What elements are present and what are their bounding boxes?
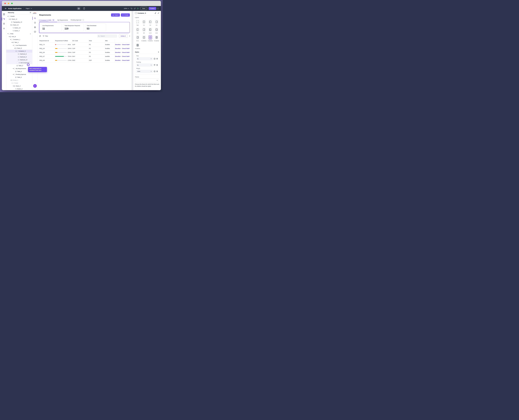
layout-option-5-columns[interactable]: 5 columns	[154, 35, 159, 41]
tree-item-modal_3[interactable]: Modal_3	[6, 79, 32, 82]
layout-option-full[interactable]: Full	[135, 20, 140, 26]
tree-item-header[interactable]: Header	[6, 15, 32, 18]
page-selector[interactable]: Page 1	[26, 8, 32, 9]
tree-item-typography_10[interactable]: Typography_10	[6, 21, 32, 23]
layout-option-3-2[interactable]: 3:2	[141, 27, 146, 34]
canvas-nav-clock-icon[interactable]	[32, 22, 38, 24]
check-notif-link[interactable]: Check Notif	[122, 52, 130, 53]
canvas-nav-chart-icon[interactable]	[32, 31, 38, 32]
tree-item-statcard_10[interactable]: 123StatCard_10	[6, 58, 32, 61]
tree-item-statcard_9[interactable]: 123StatCard_9	[6, 55, 32, 58]
layout-option-4-columns[interactable]: 4 columns	[148, 35, 153, 41]
tab-my-requirements[interactable]: My Requirements	[57, 19, 68, 22]
margin-select[interactable]: none	[136, 70, 153, 73]
table-more-button[interactable]	[130, 35, 130, 37]
tree-item-stack_6[interactable]: Stack_6	[6, 47, 32, 50]
add-style-button[interactable]	[158, 51, 159, 53]
stat-card-total-manpower-required[interactable]: Total Manpower Required119	[63, 23, 84, 31]
shortlist-link[interactable]: Shortlist	[115, 60, 121, 61]
tree-item-container_1[interactable]: Container_1	[6, 38, 32, 41]
layout-option-2-1[interactable]: 2:1	[154, 20, 159, 26]
borderbox-icon[interactable]	[154, 58, 155, 60]
delete-style-button[interactable]	[156, 64, 158, 66]
table-row[interactable]: REQ_8817%%BOZESPfirstMileShortlistCheck …	[39, 58, 130, 62]
shortlist-link[interactable]: Shortlist	[115, 48, 121, 49]
desktop-preview-button[interactable]	[77, 7, 80, 10]
stat-card-live-requirements[interactable]: Live Requirements11	[41, 23, 62, 31]
tree-item-body[interactable]: Body+	[6, 32, 32, 35]
add-child-button[interactable]: +	[30, 33, 32, 35]
undo-button[interactable]	[130, 8, 132, 9]
run-preview-button[interactable]	[137, 8, 139, 9]
tree-item-stack_13[interactable]: Stack_13	[6, 23, 32, 26]
filter-button[interactable]: Filter	[43, 35, 48, 37]
action-1-button[interactable]: Action 1	[119, 34, 128, 38]
paddingbox-icon[interactable]	[154, 64, 155, 66]
layout-option-1-1[interactable]: 1:1	[141, 20, 146, 26]
layout-option-3-columns[interactable]: 3 columns	[141, 35, 146, 41]
canvas-nav-people-icon[interactable]	[32, 17, 38, 19]
zoom-window-button[interactable]	[11, 3, 13, 4]
tree-item-stack_3[interactable]: Stack_3	[6, 85, 32, 88]
minimize-window-button[interactable]	[8, 3, 9, 4]
check-notif-link[interactable]: Check Notif	[122, 44, 130, 45]
tree-item-button_3[interactable]: Button_3	[6, 88, 32, 90]
check-notif-link[interactable]: Check Notif	[122, 60, 130, 61]
save-button[interactable]: Save	[140, 7, 147, 10]
create-button[interactable]: Create	[121, 13, 130, 17]
refresh-button[interactable]	[39, 35, 41, 37]
table-row[interactable]: REQ_8420%%SUPFEfirstMileShortlistCheck N…	[39, 47, 130, 51]
tree-item-footer[interactable]: Footer	[6, 82, 32, 85]
table-row[interactable]: REQ_748%%SUPFEfirstMileShortlistCheck No…	[39, 43, 130, 47]
rail-item-artboard-icon[interactable]	[2, 13, 6, 15]
tree-item-table_6[interactable]: Table_6	[6, 76, 32, 79]
collapse-panel-button[interactable]	[158, 12, 159, 14]
zoom-control[interactable]: 100%	[124, 8, 129, 9]
layout-option-1-2[interactable]: 1:2	[148, 20, 153, 26]
padding-select[interactable]: lg	[136, 63, 153, 67]
check-notif-link[interactable]: Check Notif	[122, 48, 130, 49]
borderbox-icon[interactable]	[154, 71, 155, 72]
delete-style-button[interactable]	[156, 71, 158, 72]
tab-pending-approval[interactable]: Pending Approval1	[71, 19, 84, 22]
tree-item-live-requirements[interactable]: Live Requirements	[6, 44, 32, 47]
mobile-preview-button[interactable]	[82, 7, 86, 10]
shortlist-link[interactable]: Shortlist	[115, 56, 121, 57]
table-row[interactable]: REQ_8775%%BHYFElastMileShortlistCheck No…	[39, 54, 130, 58]
rail-item-gear-icon[interactable]	[2, 27, 6, 30]
search-input[interactable]	[100, 35, 116, 37]
layout-option-2-3[interactable]: 2:3	[135, 27, 140, 34]
tree-item-statcard_8[interactable]: 123StatCard_8	[6, 52, 32, 55]
shortlist-link[interactable]: Shortlist	[115, 52, 121, 53]
theme-select[interactable]	[135, 79, 159, 82]
tree-item-button_7[interactable]: Button_7	[6, 29, 32, 32]
user-avatar[interactable]: U	[33, 84, 37, 88]
selected-container-block[interactable]: Container_5 Live Requirements11Total Man…	[39, 22, 130, 33]
rail-item-database-icon[interactable]	[2, 22, 6, 25]
rename-button[interactable]	[155, 12, 156, 14]
table-row[interactable]: REQ_8620%%SUPFEfirstMileShortlistCheck N…	[39, 51, 130, 54]
tree-item-root_id[interactable]: root_id	[6, 35, 32, 38]
tree-item-tabs_1[interactable]: Tabs_1	[6, 41, 32, 44]
tree-item-button_15[interactable]: Button_15	[6, 26, 32, 29]
shortlist-link[interactable]: Shortlist	[115, 44, 121, 45]
tree-item-pending-approval[interactable]: Pending Approval	[6, 73, 32, 76]
close-window-button[interactable]	[4, 3, 6, 4]
layout-option-2-1-1[interactable]: 2:1:1	[135, 35, 140, 41]
canvas-nav-globe-icon[interactable]	[32, 26, 38, 28]
delete-style-button[interactable]	[156, 58, 158, 60]
stat-card-total-shortlisted[interactable]: Total Shortlisted53	[85, 23, 106, 31]
publish-button[interactable]: Publish	[149, 7, 156, 10]
back-icon[interactable]	[5, 8, 7, 9]
gap-select[interactable]: lg	[136, 57, 153, 60]
tree-item-stack_12[interactable]: Stack_12	[6, 18, 32, 21]
tree-item-container_5[interactable]: Container_5	[6, 50, 32, 52]
layout-option-1-1-2[interactable]: 1:1:2	[148, 27, 153, 34]
redo-button[interactable]	[134, 8, 136, 9]
layout-option-1-2-1[interactable]: 1:2:1	[154, 27, 159, 34]
close-icon[interactable]	[30, 12, 31, 13]
more-menu-button[interactable]	[158, 8, 158, 9]
check-notif-link[interactable]: Check Notif	[122, 56, 130, 57]
import-button[interactable]: Import	[111, 13, 120, 17]
layout-option-6-columns[interactable]: 6 columns	[135, 43, 140, 49]
